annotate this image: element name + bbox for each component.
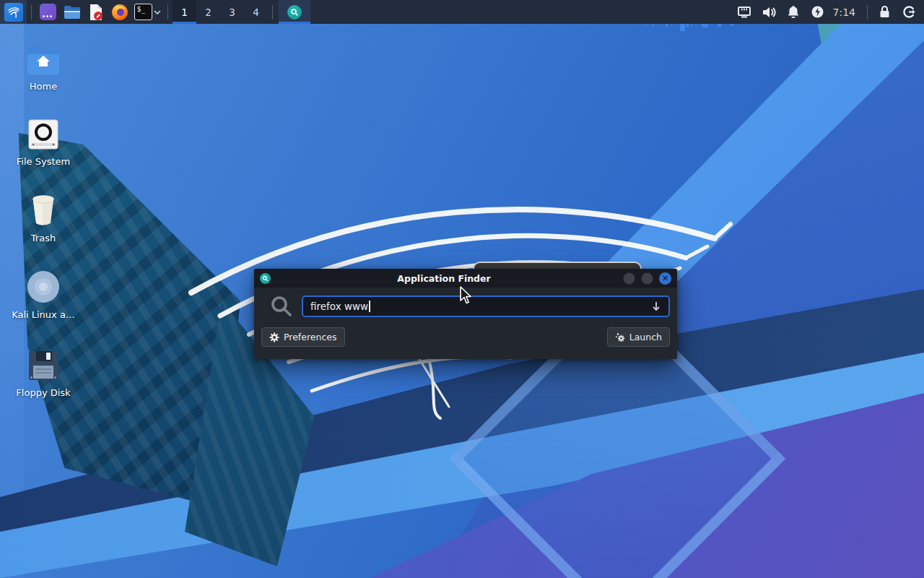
- panel-separator: [272, 5, 273, 20]
- launcher-terminal[interactable]: $_: [131, 0, 163, 24]
- application-finder-window: Application Finder ✕ firefox www: [254, 269, 677, 359]
- window-app-icon: [40, 4, 56, 20]
- lock-icon: [879, 5, 891, 19]
- mouse-cursor: [459, 286, 472, 305]
- file-manager-icon: [64, 5, 81, 20]
- launcher-file-manager[interactable]: [60, 0, 84, 24]
- panel-separator: [867, 5, 868, 20]
- workspace-button-3[interactable]: 3: [220, 0, 244, 24]
- launch-label: Launch: [629, 332, 662, 342]
- launcher-firefox[interactable]: [108, 0, 131, 24]
- file-system-drive-icon: [9, 114, 78, 150]
- desktop-icon-file-system[interactable]: File System: [9, 114, 78, 167]
- terminal-icon: $_: [134, 4, 152, 20]
- chevron-down-icon[interactable]: [154, 10, 161, 14]
- network-icon: [737, 6, 751, 19]
- search-input-value: firefox www: [310, 301, 368, 312]
- desktop-icon-home[interactable]: Home: [9, 39, 78, 92]
- desktop-icon-kali-cd[interactable]: Kali Linux a…: [9, 267, 78, 320]
- close-button[interactable]: ✕: [659, 272, 671, 285]
- logout-icon: [902, 5, 916, 19]
- panel-status-area: 7:14: [732, 0, 924, 24]
- workspace-button-4[interactable]: 4: [244, 0, 268, 24]
- panel-separator: [167, 5, 168, 20]
- launcher-text-editor[interactable]: [84, 0, 108, 24]
- lock-screen-button[interactable]: [872, 0, 897, 24]
- application-finder-icon: [260, 273, 271, 284]
- desktop-icon-label: Trash: [9, 233, 78, 243]
- gear-icon: [269, 332, 279, 342]
- desktop-icon-label: Home: [9, 81, 78, 92]
- preferences-label: Preferences: [284, 332, 337, 342]
- notifications-bell-icon: [787, 5, 800, 19]
- desktop-icon-label: Kali Linux a…: [9, 309, 78, 320]
- applications-menu-button[interactable]: [0, 0, 27, 24]
- kali-menu-icon: [4, 3, 23, 22]
- panel-separator: [31, 5, 32, 20]
- preferences-button[interactable]: Preferences: [261, 327, 345, 347]
- desktop-icon-trash[interactable]: Trash: [9, 191, 78, 243]
- taskbar-button-application-finder[interactable]: [279, 0, 310, 24]
- notifications-indicator[interactable]: [781, 0, 806, 24]
- firefox-icon: [111, 4, 128, 21]
- home-folder-icon: [9, 39, 78, 75]
- desktop-icon-floppy-disk[interactable]: Floppy Disk: [9, 345, 78, 398]
- titlebar[interactable]: Application Finder ✕: [254, 269, 677, 288]
- workspace-label: 2: [205, 7, 212, 18]
- panel-clock[interactable]: 7:14: [830, 7, 863, 18]
- search-input[interactable]: firefox www: [302, 296, 670, 317]
- top-panel: $_ 1 2 3 4: [0, 0, 924, 24]
- maximize-button[interactable]: [641, 272, 653, 285]
- power-battery-icon: [811, 5, 824, 19]
- floppy-disk-icon: [9, 345, 78, 381]
- workspace-button-1[interactable]: 1: [173, 0, 196, 24]
- application-finder-icon: [287, 5, 302, 20]
- power-manager-indicator[interactable]: [806, 0, 830, 24]
- desktop-icon-label: Floppy Disk: [9, 387, 78, 398]
- network-indicator[interactable]: [732, 0, 757, 24]
- launcher-window-app[interactable]: [36, 0, 60, 24]
- window-title: Application Finder: [271, 273, 617, 284]
- launch-button[interactable]: Launch: [607, 327, 670, 347]
- dropdown-arrow-icon[interactable]: [651, 301, 661, 311]
- search-icon: [261, 295, 302, 318]
- workspace-button-2[interactable]: 2: [196, 0, 220, 24]
- trash-icon: [9, 191, 78, 227]
- text-caret: [369, 301, 370, 312]
- text-editor-icon: [89, 4, 103, 21]
- volume-icon: [762, 6, 776, 19]
- close-icon: ✕: [662, 275, 668, 282]
- workspace-label: 4: [253, 7, 259, 18]
- volume-indicator[interactable]: [757, 0, 781, 24]
- workspace-label: 1: [181, 7, 188, 18]
- minimize-button[interactable]: [623, 272, 635, 285]
- workspace-label: 3: [229, 7, 235, 18]
- logout-button[interactable]: [897, 0, 921, 24]
- desktop-icon-label: File System: [9, 156, 78, 167]
- optical-disc-icon: [9, 267, 78, 303]
- launch-run-icon: [615, 332, 625, 342]
